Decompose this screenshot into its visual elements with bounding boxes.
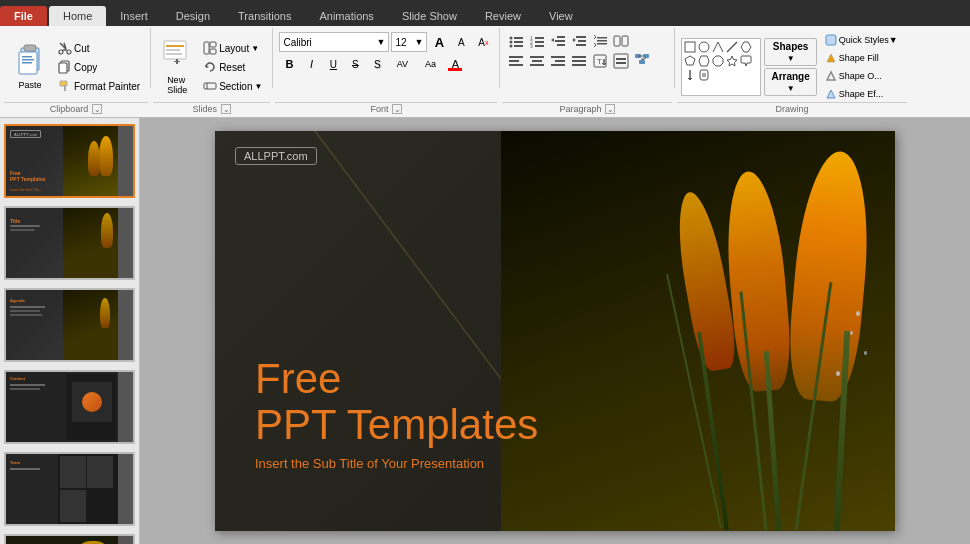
shape-outline-button[interactable]: Shape O... [820, 68, 903, 84]
shape-fill-button[interactable]: Shape Fill [820, 50, 903, 66]
paste-label: Paste [18, 80, 41, 90]
align-left-button[interactable] [506, 52, 526, 70]
font-size-dropdown[interactable]: 12 ▼ [391, 32, 427, 52]
ribbon-group-slides: New Slide Layout ▼ Reset Section ▼ [153, 28, 270, 116]
bullet-list-button[interactable] [506, 32, 526, 50]
slides-expand[interactable]: ⌄ [221, 104, 231, 114]
layout-button[interactable]: Layout ▼ [199, 39, 266, 57]
svg-rect-4 [22, 59, 34, 61]
line-spacing-button[interactable] [590, 32, 610, 50]
align-right-button[interactable] [548, 52, 568, 70]
svg-rect-3 [22, 56, 32, 58]
underline-button[interactable]: U [323, 54, 343, 74]
new-slide-button[interactable]: New Slide [157, 36, 197, 98]
svg-point-6 [59, 50, 63, 54]
tab-design[interactable]: Design [162, 6, 224, 26]
tab-insert[interactable]: Insert [106, 6, 162, 26]
tab-animations[interactable]: Animations [305, 6, 387, 26]
reset-button[interactable]: Reset [199, 58, 266, 76]
strikethrough-button[interactable]: S [345, 54, 365, 74]
svg-rect-46 [509, 56, 523, 58]
shape-effects-button[interactable]: Shape Ef... [820, 86, 903, 102]
tab-view[interactable]: View [535, 6, 587, 26]
svg-rect-42 [597, 40, 607, 42]
ribbon: Paste Cut Copy Format Painter [0, 26, 970, 118]
tab-home[interactable]: Home [49, 6, 106, 26]
svg-point-23 [510, 37, 513, 40]
slide-thumbnail-6[interactable]: Thank You [4, 534, 135, 544]
paragraph-expand[interactable]: ⌄ [605, 104, 615, 114]
svg-rect-51 [530, 64, 544, 66]
svg-rect-65 [643, 54, 649, 58]
quick-styles-button[interactable]: Quick Styles▼ [820, 32, 903, 48]
justify-button[interactable] [569, 52, 589, 70]
svg-rect-34 [535, 45, 544, 47]
svg-rect-20 [210, 49, 216, 54]
section-button[interactable]: Section ▼ [199, 77, 266, 95]
font-expand[interactable]: ⌄ [392, 104, 402, 114]
svg-rect-63 [616, 62, 626, 64]
svg-rect-11 [64, 85, 66, 91]
svg-rect-39 [578, 40, 586, 42]
slide-thumbnail-4[interactable]: Content [4, 370, 135, 444]
align-center-button[interactable] [527, 52, 547, 70]
slide-thumbnail-2[interactable]: Title [4, 206, 135, 280]
tab-slideshow[interactable]: Slide Show [388, 6, 471, 26]
tab-review[interactable]: Review [471, 6, 535, 26]
clipboard-expand[interactable]: ⌄ [92, 104, 102, 114]
svg-rect-17 [176, 59, 178, 64]
convert-smartart-button[interactable] [632, 52, 652, 70]
svg-rect-74 [700, 70, 708, 80]
new-slide-label: New Slide [167, 75, 187, 95]
slide-panel: 1 FreePPT Templates Insert the Sub Title… [0, 118, 140, 544]
arrange-button[interactable]: Arrange ▼ [764, 68, 816, 96]
svg-rect-41 [597, 37, 607, 39]
italic-button[interactable]: I [301, 54, 321, 74]
slide-thumbnail-1[interactable]: FreePPT Templates Insert the Sub Title..… [4, 124, 135, 198]
svg-rect-52 [551, 56, 565, 58]
column-button[interactable] [611, 32, 631, 50]
char-spacing-button[interactable]: AV [389, 54, 415, 74]
font-name-dropdown[interactable]: Calibri ▼ [279, 32, 389, 52]
align-text-button[interactable] [611, 52, 631, 70]
slide-content: Free PPT Templates Insert the Sub Title … [255, 356, 538, 471]
bold-button[interactable]: B [279, 54, 299, 74]
slide-thumbnail-5[interactable]: Team [4, 452, 135, 526]
svg-rect-36 [555, 40, 565, 42]
slide-thumbnail-3[interactable]: Agenda [4, 288, 135, 362]
svg-rect-30 [535, 37, 544, 39]
tab-transitions[interactable]: Transitions [224, 6, 305, 26]
font-grow-button[interactable]: A [429, 32, 449, 52]
tab-file[interactable]: File [0, 6, 47, 26]
svg-text:3: 3 [530, 43, 533, 49]
svg-rect-57 [572, 64, 586, 66]
decrease-indent-button[interactable] [548, 32, 568, 50]
format-painter-button[interactable]: Format Painter [54, 77, 144, 95]
svg-rect-62 [616, 58, 626, 60]
font-shrink-button[interactable]: A [451, 32, 471, 52]
svg-rect-13 [166, 45, 184, 47]
increase-indent-button[interactable] [569, 32, 589, 50]
text-shadow-button[interactable]: S [367, 54, 387, 74]
svg-rect-32 [535, 41, 544, 43]
clear-formatting-button[interactable]: Ax [473, 32, 493, 52]
shapes-button[interactable]: Shapes ▼ [764, 38, 816, 66]
svg-line-69 [642, 58, 646, 60]
ribbon-group-drawing: Shapes ▼ Arrange ▼ Quick Styles▼ [677, 28, 906, 116]
svg-rect-26 [514, 41, 523, 43]
slides-label: Slides [193, 104, 218, 114]
svg-rect-49 [530, 56, 544, 58]
svg-rect-24 [514, 37, 523, 39]
font-color-button[interactable]: A [445, 54, 465, 74]
cut-button[interactable]: Cut [54, 39, 144, 57]
svg-rect-5 [22, 62, 32, 64]
svg-rect-35 [557, 36, 565, 38]
paste-button[interactable]: Paste [8, 41, 52, 93]
shapes-label: Shapes [773, 41, 809, 52]
copy-button[interactable]: Copy [54, 58, 144, 76]
svg-rect-9 [59, 63, 67, 73]
text-direction-button[interactable]: T [590, 52, 610, 70]
change-case-button[interactable]: Aa [417, 54, 443, 74]
numbered-list-button[interactable]: 123 [527, 32, 547, 50]
svg-rect-54 [551, 64, 565, 66]
